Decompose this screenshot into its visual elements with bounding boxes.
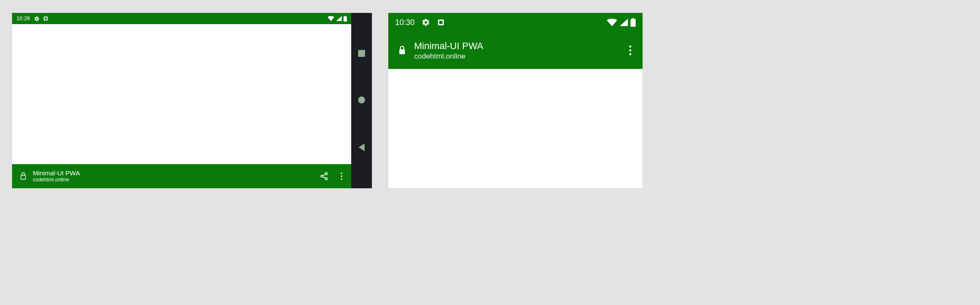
battery-icon [630, 18, 636, 27]
status-clock: 10:30 [395, 18, 415, 27]
app-title: Minimal-UI PWA [414, 40, 484, 52]
content-area [388, 69, 643, 188]
app-host: codehtml.online [33, 177, 80, 183]
gear-icon [421, 18, 430, 27]
svg-point-14 [629, 46, 631, 48]
svg-rect-2 [21, 175, 26, 179]
svg-point-5 [325, 177, 328, 180]
svg-point-3 [325, 173, 328, 175]
app-title: Minimal-UI PWA [33, 169, 80, 177]
lock-icon [20, 172, 27, 181]
content-area [12, 24, 351, 164]
gear-icon [34, 16, 40, 22]
app-bar: Minimal-UI PWA codehtml.online [388, 32, 643, 69]
screen: 10:28 [12, 13, 351, 188]
app-host: codehtml.online [414, 52, 484, 61]
home-button[interactable] [358, 96, 365, 103]
share-icon[interactable] [318, 172, 330, 181]
signal-icon [336, 16, 342, 21]
svg-point-10 [340, 178, 342, 180]
title-block: Minimal-UI PWA codehtml.online [414, 40, 484, 61]
wifi-icon [607, 19, 617, 26]
svg-point-4 [321, 175, 323, 177]
svg-point-8 [340, 173, 342, 174]
svg-point-15 [629, 50, 631, 52]
system-nav-bar [351, 13, 372, 188]
wifi-icon [328, 16, 334, 21]
device-landscape: 10:28 [12, 13, 372, 188]
title-block: Minimal-UI PWA codehtml.online [33, 169, 80, 183]
more-vertical-icon[interactable] [336, 172, 347, 180]
bottom-app-bar: Minimal-UI PWA codehtml.online [12, 164, 351, 188]
status-clock: 10:28 [16, 16, 30, 22]
battery-icon [343, 16, 347, 22]
svg-rect-13 [399, 50, 405, 54]
svg-point-9 [340, 175, 342, 177]
status-bar: 10:28 [12, 13, 351, 24]
lock-icon [398, 45, 406, 56]
svg-rect-12 [439, 21, 443, 24]
status-bar: 10:30 [388, 13, 643, 32]
svg-line-7 [323, 177, 325, 178]
more-vertical-icon[interactable] [624, 45, 637, 56]
card-icon [437, 19, 445, 26]
svg-line-6 [323, 174, 325, 175]
card-icon [43, 16, 48, 21]
device-portrait: 10:30 Minimal-UI PWA codehtml.online [388, 13, 643, 188]
back-button[interactable] [359, 143, 365, 151]
signal-icon [620, 19, 628, 26]
svg-rect-1 [45, 18, 47, 20]
overview-button[interactable] [358, 50, 365, 57]
svg-point-16 [629, 53, 631, 56]
